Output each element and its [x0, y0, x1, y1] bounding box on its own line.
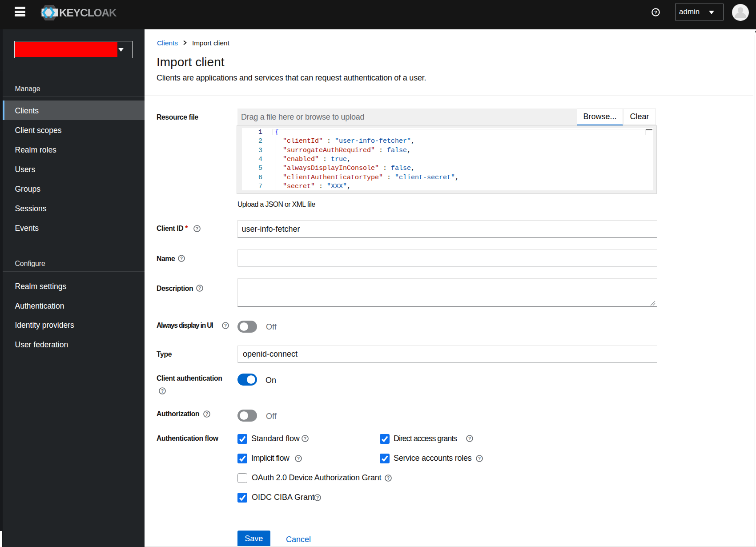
- svg-text:?: ?: [180, 256, 183, 261]
- svg-text:?: ?: [161, 389, 164, 394]
- svg-text:?: ?: [387, 476, 390, 481]
- svg-text:?: ?: [304, 436, 306, 441]
- svg-text:?: ?: [478, 456, 481, 461]
- svg-text:?: ?: [224, 323, 227, 328]
- svg-text:?: ?: [654, 10, 657, 15]
- svg-text:?: ?: [205, 412, 208, 417]
- svg-text:?: ?: [468, 436, 471, 441]
- svg-text:?: ?: [316, 495, 319, 500]
- svg-text:?: ?: [297, 456, 300, 461]
- svg-text:?: ?: [198, 286, 201, 291]
- svg-text:?: ?: [196, 226, 198, 231]
